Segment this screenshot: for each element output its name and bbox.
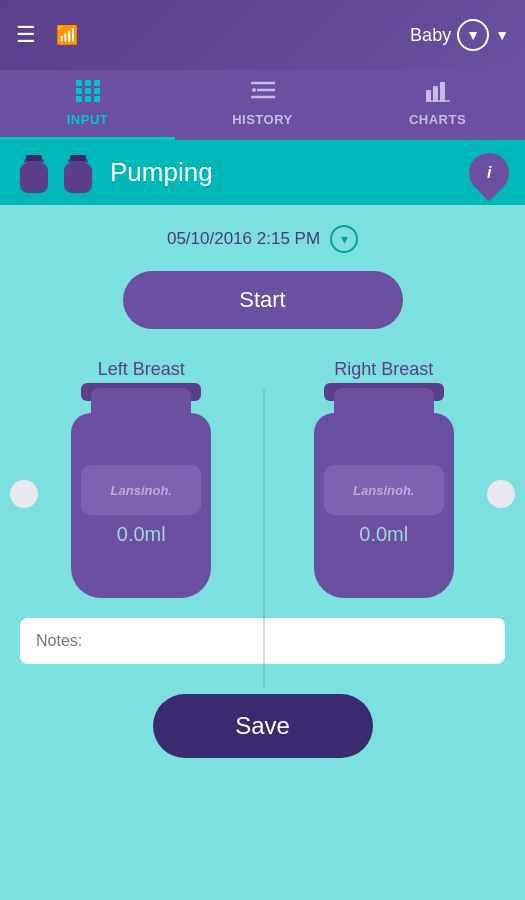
svg-point-12	[252, 88, 256, 92]
date-text: 05/10/2016 2:15 PM	[167, 229, 320, 249]
hamburger-icon[interactable]: ☰	[16, 22, 36, 48]
charts-tab-icon	[426, 80, 450, 108]
left-ml-value: 0.0ml	[117, 523, 166, 546]
right-bottle-body: Lansinoh. 0.0ml	[314, 413, 454, 598]
svg-rect-14	[433, 86, 438, 102]
svg-rect-7	[85, 96, 91, 102]
right-slider-dot[interactable]	[487, 480, 515, 508]
tab-charts[interactable]: CHARTS	[350, 70, 525, 140]
history-tab-icon	[251, 80, 275, 108]
svg-rect-15	[440, 82, 445, 102]
tab-bar: INPUT HISTORY CHARTS	[0, 70, 525, 140]
page-title: Pumping	[110, 157, 455, 188]
svg-rect-6	[76, 96, 82, 102]
tab-history[interactable]: HISTORY	[175, 70, 350, 140]
nav-bottle-icons	[16, 151, 96, 195]
left-breast-column: Left Breast Lansinoh. 0.0ml	[51, 359, 231, 598]
main-content: 05/10/2016 2:15 PM ▾ Start Left Breast L…	[0, 205, 525, 900]
bluetooth-icon: 📶	[56, 24, 78, 46]
right-ml-value: 0.0ml	[359, 523, 408, 546]
date-dropdown-button[interactable]: ▾	[330, 225, 358, 253]
date-row: 05/10/2016 2:15 PM ▾	[20, 225, 505, 253]
chevron-down-icon: ▼	[466, 27, 480, 43]
baby-dropdown-button[interactable]: ▼	[457, 19, 489, 51]
divider	[263, 389, 265, 689]
tab-input-label: INPUT	[67, 112, 109, 127]
save-button[interactable]: Save	[153, 694, 373, 758]
baby-label: Baby	[410, 25, 451, 46]
svg-rect-18	[20, 163, 48, 193]
svg-rect-0	[76, 80, 82, 86]
svg-rect-2	[94, 80, 100, 86]
right-brand-text: Lansinoh.	[353, 483, 414, 498]
left-bottle: Lansinoh. 0.0ml	[61, 388, 221, 598]
left-brand-text: Lansinoh.	[111, 483, 172, 498]
left-breast-label: Left Breast	[98, 359, 185, 380]
svg-rect-19	[26, 155, 42, 161]
right-bottle-label-band: Lansinoh.	[324, 465, 444, 515]
info-button[interactable]: i	[461, 144, 518, 201]
start-button[interactable]: Start	[123, 271, 403, 329]
info-icon: i	[487, 164, 491, 182]
left-bottle-label-band: Lansinoh.	[81, 465, 201, 515]
right-breast-label: Right Breast	[334, 359, 433, 380]
svg-rect-22	[70, 155, 86, 161]
svg-rect-3	[76, 88, 82, 94]
tab-input[interactable]: INPUT	[0, 70, 175, 140]
right-bottle: Lansinoh. 0.0ml	[304, 388, 464, 598]
svg-rect-1	[85, 80, 91, 86]
left-slider-dot[interactable]	[10, 480, 38, 508]
input-tab-icon	[76, 80, 100, 108]
date-chevron-icon: ▾	[341, 231, 348, 247]
svg-rect-8	[94, 96, 100, 102]
svg-rect-21	[64, 163, 92, 193]
nav-title-bar: Pumping i	[0, 140, 525, 205]
svg-rect-13	[426, 90, 431, 102]
tab-charts-label: CHARTS	[409, 112, 466, 127]
bottles-section: Left Breast Lansinoh. 0.0ml Right Breast	[20, 359, 505, 598]
header-chevron-icon: ▼	[495, 27, 509, 43]
app-header: ☰ 📶 Baby ▼ ▼	[0, 0, 525, 70]
right-breast-column: Right Breast Lansinoh. 0.0ml	[294, 359, 474, 598]
tab-history-label: HISTORY	[232, 112, 293, 127]
left-bottle-body: Lansinoh. 0.0ml	[71, 413, 211, 598]
svg-rect-4	[85, 88, 91, 94]
svg-rect-5	[94, 88, 100, 94]
